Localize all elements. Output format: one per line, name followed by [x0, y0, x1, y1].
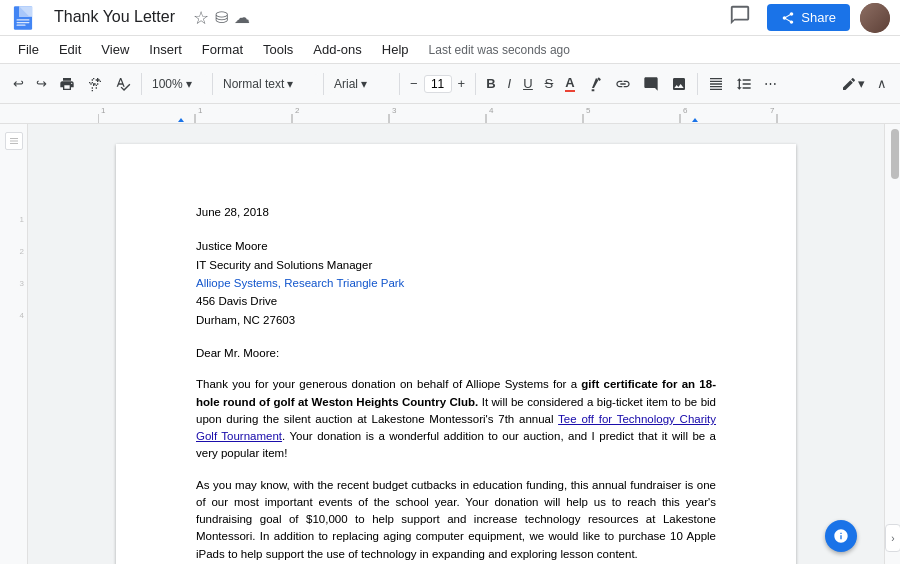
- menu-addons[interactable]: Add-ons: [305, 40, 369, 59]
- font-size-input[interactable]: 11: [424, 75, 452, 93]
- toolbar-sep-1: [141, 73, 142, 95]
- menu-file[interactable]: File: [10, 40, 47, 59]
- user-avatar[interactable]: [860, 3, 890, 33]
- toolbar-sep-3: [323, 73, 324, 95]
- left-sidebar: 1 2 3 4: [0, 124, 28, 564]
- address-line-1: Justice Moore: [196, 237, 716, 255]
- share-button[interactable]: Share: [767, 4, 850, 31]
- title-icon-group: ☆ ⛁ ☁: [193, 7, 250, 29]
- bold-button[interactable]: B: [481, 73, 500, 94]
- more-options-button[interactable]: ⋯: [759, 73, 782, 94]
- menu-help[interactable]: Help: [374, 40, 417, 59]
- menu-tools[interactable]: Tools: [255, 40, 301, 59]
- strikethrough-button[interactable]: S: [540, 73, 559, 94]
- style-select[interactable]: Normal text ▾: [218, 74, 318, 94]
- letter-paragraph-2: As you may know, with the recent budget …: [196, 477, 716, 563]
- font-select[interactable]: Arial ▾: [329, 74, 394, 94]
- letter-salutation: Dear Mr. Moore:: [196, 345, 716, 362]
- insert-comment-button[interactable]: [638, 73, 664, 95]
- toolbar-sep-6: [697, 73, 698, 95]
- scrollbar-thumb[interactable]: [891, 129, 899, 179]
- style-value: Normal text: [223, 77, 284, 91]
- right-scrollbar[interactable]: ›: [884, 124, 900, 564]
- zoom-value: 100%: [152, 77, 183, 91]
- title-right-actions: Share: [723, 2, 890, 33]
- letter-paragraph-1: Thank you for your generous donation on …: [196, 376, 716, 462]
- para1-before-bold: Thank you for your generous donation on …: [196, 378, 581, 390]
- menu-bar: File Edit View Insert Format Tools Add-o…: [0, 36, 900, 64]
- underline-button[interactable]: U: [518, 73, 537, 94]
- page-marker: [5, 132, 23, 150]
- address-line-2: IT Security and Solutions Manager: [196, 256, 716, 274]
- collapse-panel-button[interactable]: ›: [885, 524, 900, 552]
- svg-text:5: 5: [586, 106, 591, 115]
- paint-format-button[interactable]: [82, 73, 108, 95]
- toolbar-sep-2: [212, 73, 213, 95]
- undo-button[interactable]: ↩: [8, 73, 29, 94]
- comments-button[interactable]: [723, 2, 757, 33]
- font-value: Arial: [334, 77, 358, 91]
- font-size-decrease-button[interactable]: −: [405, 73, 423, 94]
- document-title[interactable]: Thank You Letter: [44, 0, 185, 36]
- print-button[interactable]: [54, 73, 80, 95]
- menu-edit[interactable]: Edit: [51, 40, 89, 59]
- cloud-icon[interactable]: ☁: [234, 8, 250, 27]
- document-scroll-area[interactable]: June 28, 2018 Justice Moore IT Security …: [28, 124, 884, 564]
- align-button[interactable]: [703, 73, 729, 95]
- docs-logo-icon: [10, 5, 36, 31]
- line-spacing-button[interactable]: [731, 73, 757, 95]
- letter-address: Justice Moore IT Security and Solutions …: [196, 237, 716, 329]
- insert-image-button[interactable]: [666, 73, 692, 95]
- scrollbar-track[interactable]: [890, 124, 900, 564]
- svg-text:1: 1: [198, 106, 203, 115]
- folder-icon[interactable]: ⛁: [215, 8, 228, 27]
- address-line-4: 456 Davis Drive: [196, 292, 716, 310]
- ruler: 1 1 2 3 4 5 6 7: [0, 104, 900, 124]
- svg-marker-23: [178, 118, 184, 122]
- main-area: 1 2 3 4 June 28, 2018 Justice Moore IT S…: [0, 124, 900, 564]
- spell-check-button[interactable]: [110, 73, 136, 95]
- font-drop-icon: ▾: [361, 77, 367, 91]
- editing-mode-button[interactable]: ▾: [836, 73, 870, 95]
- svg-rect-4: [17, 19, 30, 20]
- share-label: Share: [801, 10, 836, 25]
- menu-insert[interactable]: Insert: [141, 40, 190, 59]
- svg-text:1: 1: [101, 106, 106, 115]
- collapse-toolbar-button[interactable]: ∧: [872, 73, 892, 94]
- text-color-button[interactable]: A: [560, 72, 579, 95]
- svg-rect-5: [17, 21, 30, 22]
- italic-button[interactable]: I: [503, 73, 517, 94]
- style-drop-icon: ▾: [287, 77, 293, 91]
- address-line-5: Durham, NC 27603: [196, 311, 716, 329]
- svg-text:3: 3: [392, 106, 397, 115]
- last-edit-label: Last edit was seconds ago: [429, 43, 570, 57]
- svg-text:7: 7: [770, 106, 775, 115]
- editing-mode-drop: ▾: [858, 76, 865, 91]
- redo-button[interactable]: ↪: [31, 73, 52, 94]
- font-size-area: − 11 +: [405, 73, 470, 94]
- svg-text:4: 4: [489, 106, 494, 115]
- toolbar-sep-5: [475, 73, 476, 95]
- toolbar-sep-4: [399, 73, 400, 95]
- menu-view[interactable]: View: [93, 40, 137, 59]
- address-line-3: Alliope Systems, Research Triangle Park: [196, 274, 716, 292]
- menu-format[interactable]: Format: [194, 40, 251, 59]
- svg-text:6: 6: [683, 106, 688, 115]
- letter-date: June 28, 2018: [196, 204, 716, 221]
- zoom-select[interactable]: 100% ▾: [147, 74, 207, 94]
- star-icon[interactable]: ☆: [193, 7, 209, 29]
- explore-assistant-button[interactable]: [825, 520, 857, 552]
- svg-text:2: 2: [295, 106, 300, 115]
- font-size-increase-button[interactable]: +: [453, 73, 471, 94]
- title-bar: Thank You Letter ☆ ⛁ ☁ Share: [0, 0, 900, 36]
- insert-link-button[interactable]: [610, 73, 636, 95]
- toolbar: ↩ ↪ 100% ▾ Normal text ▾ Arial ▾ − 11 + …: [0, 64, 900, 104]
- svg-rect-6: [17, 24, 26, 25]
- zoom-drop-icon: ▾: [186, 77, 192, 91]
- document-page: June 28, 2018 Justice Moore IT Security …: [116, 144, 796, 564]
- highlight-color-button[interactable]: [582, 73, 608, 95]
- svg-marker-24: [692, 118, 698, 122]
